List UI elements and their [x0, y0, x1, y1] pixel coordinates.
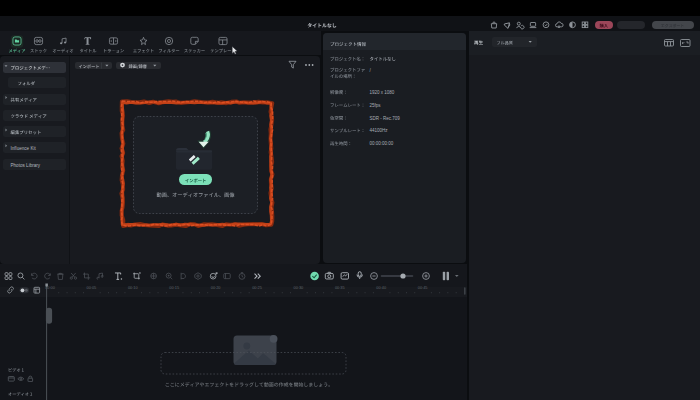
svg-text:00:30: 00:30 — [294, 285, 305, 290]
svg-text:Photos Library: Photos Library — [11, 163, 41, 168]
svg-text:44100Hz: 44100Hz — [370, 128, 389, 133]
svg-text:00:05: 00:05 — [87, 285, 97, 290]
svg-text:00:20: 00:20 — [211, 285, 222, 290]
svg-text:/: / — [370, 68, 372, 73]
svg-text:SDR - Rec.709: SDR - Rec.709 — [370, 116, 401, 121]
svg-text:00:35: 00:35 — [335, 285, 345, 290]
svg-text:00:45: 00:45 — [418, 285, 428, 290]
svg-text:00:25: 00:25 — [252, 285, 262, 290]
svg-text:Influence Kit: Influence Kit — [11, 146, 37, 151]
svg-text:00:40: 00:40 — [376, 285, 387, 290]
svg-text:25fps: 25fps — [370, 103, 382, 108]
svg-text:00:10: 00:10 — [128, 285, 139, 290]
svg-text:00:15: 00:15 — [169, 285, 179, 290]
svg-text:00:00:00:00: 00:00:00:00 — [370, 141, 394, 146]
svg-text:1920 x 1080: 1920 x 1080 — [370, 90, 395, 95]
